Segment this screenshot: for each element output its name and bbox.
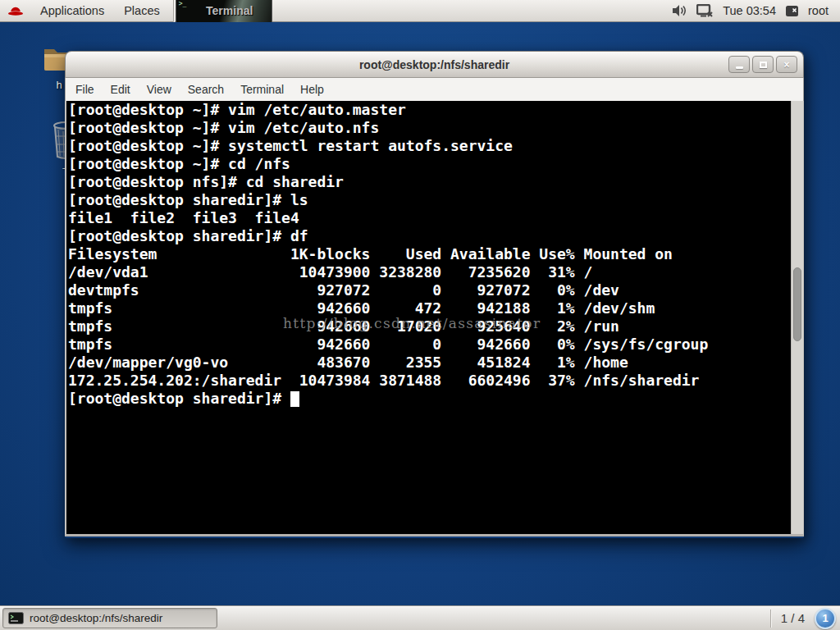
window-title: root@desktop:/nfs/sharedir (359, 58, 509, 71)
df-header-line: Filesystem 1K-blocks Used Available Use%… (66, 245, 791, 263)
prompt-text: [root@desktop sharedir]# (68, 390, 290, 408)
applications-menu[interactable]: Applications (30, 0, 114, 21)
terminal-line: [root@desktop ~]# vim /etc/auto.master (66, 101, 791, 119)
bottom-taskbar: root@desktop:/nfs/sharedir 1 / 4 1 (0, 605, 840, 630)
username-label[interactable]: root (808, 4, 829, 17)
taskbar-separator (770, 609, 771, 628)
redhat-logo-icon (7, 3, 24, 18)
df-row: devtmpfs 927072 0 927072 0% /dev (66, 281, 791, 299)
places-menu[interactable]: Places (114, 0, 170, 21)
workspace-indicator[interactable]: 1 / 4 (781, 611, 805, 625)
workspace-switcher-badge[interactable]: 1 (815, 608, 836, 629)
terminal-line: [root@desktop ~]# vim /etc/auto.nfs (66, 119, 791, 137)
terminal-scrollbar[interactable] (791, 101, 803, 534)
clock[interactable]: Tue 03:54 (723, 4, 776, 17)
menu-help[interactable]: Help (292, 78, 332, 101)
user-menu-icon[interactable] (785, 5, 799, 17)
df-row: /dev/mapper/vg0-vo 483670 2355 451824 1%… (66, 354, 791, 372)
panel-separator (173, 0, 174, 22)
workspace-number: 1 (822, 612, 828, 624)
minimize-button[interactable] (728, 56, 750, 73)
scrollbar-thumb[interactable] (793, 267, 801, 341)
top-panel: Applications Places >_ Terminal Tue 03:5… (0, 0, 840, 22)
top-panel-left: Applications Places >_ Terminal (0, 0, 272, 21)
menu-file[interactable]: File (67, 78, 103, 101)
taskbar-window-label: root@desktop:/nfs/sharedir (30, 612, 162, 624)
taskbar-window-button[interactable]: root@desktop:/nfs/sharedir (2, 608, 217, 628)
top-panel-right: Tue 03:54 root (672, 0, 840, 21)
df-row: /dev/vda1 10473900 3238280 7235620 31% / (66, 263, 791, 281)
terminal-glyph-icon: >_ (179, 1, 187, 7)
panel-window-list-label: Terminal (194, 4, 253, 17)
close-icon: × (783, 59, 789, 71)
network-status-icon[interactable] (696, 4, 714, 18)
menu-view[interactable]: View (139, 78, 180, 101)
terminal-mini-icon (8, 612, 24, 624)
df-row: tmpfs 942660 17020 925640 2% /run (66, 317, 791, 336)
terminal-line: [root@desktop ~]# systemctl restart auto… (66, 137, 791, 155)
terminal-line: file1 file2 file3 file4 (66, 209, 791, 227)
terminal-window: root@desktop:/nfs/sharedir × File Edit V… (65, 51, 804, 538)
terminal-line: [root@desktop ~]# cd /nfs (66, 155, 791, 173)
menu-edit[interactable]: Edit (103, 78, 139, 101)
panel-window-list-terminal[interactable]: >_ Terminal (176, 0, 272, 22)
window-controls: × (728, 56, 797, 73)
terminal-body: [root@desktop ~]# vim /etc/auto.master [… (65, 101, 804, 536)
maximize-icon (760, 62, 767, 68)
terminal-line: [root@desktop sharedir]# df (66, 227, 791, 245)
terminal-cursor (290, 391, 299, 407)
terminal-line: [root@desktop nfs]# cd sharedir (66, 173, 791, 191)
terminal-line: [root@desktop sharedir]# ls (66, 191, 791, 209)
minimize-icon (736, 66, 743, 69)
maximize-button[interactable] (752, 56, 774, 73)
df-row: tmpfs 942660 0 942660 0% /sys/fs/cgroup (66, 336, 791, 354)
df-row: 172.25.254.202:/sharedir 10473984 387148… (66, 372, 791, 390)
volume-icon[interactable] (672, 4, 687, 17)
taskbar-right: 1 / 4 1 (770, 608, 840, 629)
menu-search[interactable]: Search (180, 78, 232, 101)
menu-terminal[interactable]: Terminal (232, 78, 292, 101)
df-row: tmpfs 942660 472 942188 1% /dev/shm (66, 299, 791, 317)
terminal-screen[interactable]: [root@desktop ~]# vim /etc/auto.master [… (66, 101, 791, 534)
terminal-menubar: File Edit View Search Terminal Help (65, 78, 804, 101)
window-titlebar[interactable]: root@desktop:/nfs/sharedir × (65, 51, 804, 78)
close-button[interactable]: × (776, 56, 797, 73)
prompt-line: [root@desktop sharedir]# (66, 390, 791, 408)
